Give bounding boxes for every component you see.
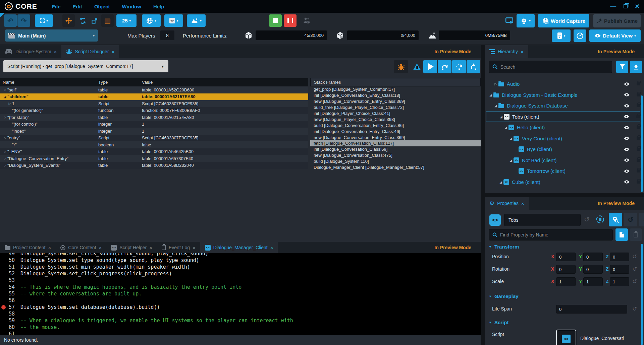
max-players-value[interactable]: 8 (160, 30, 174, 40)
hierarchy-item-not-bad-client-[interactable]: ◢<>Not Bad (client) (486, 155, 640, 165)
undo-rename-icon[interactable]: ↺ (584, 215, 590, 223)
line-number[interactable]: 51 (0, 264, 17, 270)
variable-row[interactable]: ▷"_ENV" table table: 000001A546425B00 (0, 148, 308, 155)
lock-icon[interactable] (637, 126, 640, 129)
close-icon[interactable]: × (635, 3, 639, 10)
copy-properties-button[interactable] (615, 228, 628, 241)
lock-icon[interactable] (637, 169, 640, 172)
rotation-z-input[interactable] (610, 265, 629, 274)
variable-row[interactable]: ◢"children" table table: 000001A62157EA8… (0, 93, 308, 100)
object-name-input[interactable] (504, 214, 581, 226)
variable-row[interactable]: "index" integer 1 (0, 128, 308, 135)
visibility-eye-icon[interactable] (623, 115, 630, 119)
tab-script-debugger[interactable]: Script Debugger× (61, 45, 119, 58)
tab-project-content[interactable]: Project Content× (0, 242, 56, 253)
close-icon[interactable]: × (48, 245, 51, 251)
hierarchy-scrollbar[interactable] (641, 95, 643, 192)
multiplayer-preview-button[interactable] (301, 14, 313, 27)
expand-arrow-icon[interactable]: ◢ (508, 158, 514, 162)
visibility-eye-icon[interactable] (624, 169, 630, 173)
break-on-error-toggle[interactable] (412, 60, 422, 73)
visibility-eye-icon[interactable] (624, 147, 630, 151)
visibility-eye-icon[interactable] (624, 126, 630, 130)
stack-frame[interactable]: new [Dialogue_Conversation_Class:475] (310, 152, 481, 158)
code-line[interactable]: 51 Dialogue_System.set_min_speaker_width… (0, 264, 481, 270)
stack-frame[interactable]: new [Dialogue_Player_Choice_Class:393] (310, 116, 481, 122)
expand-arrow-icon[interactable]: ▷ (493, 82, 498, 86)
visibility-eye-icon[interactable] (624, 82, 630, 86)
terrain-tool-dropdown[interactable]: ▾ (187, 14, 206, 27)
hierarchy-search-input[interactable] (500, 64, 608, 70)
stack-frame[interactable]: build [Dialogue_System:110] (310, 158, 481, 164)
breakpoint-icon[interactable] (1, 305, 6, 309)
tab-dialogue-manager-client[interactable]: <>Dialogue_Manager_Client× (200, 242, 278, 253)
close-icon[interactable]: × (99, 245, 102, 251)
line-number[interactable]: 49 (0, 253, 17, 257)
tab-script-helper[interactable]: <>Script Helper× (106, 242, 157, 253)
rotation-x-input[interactable] (556, 265, 576, 274)
grid-snap-button[interactable]: ▦ (101, 14, 114, 27)
stack-frame[interactable]: init [Dialogue_Player_Choice_Class:41] (310, 111, 481, 117)
lock-icon[interactable] (637, 159, 640, 162)
npc-tools-dropdown[interactable]: ▾ (517, 14, 535, 27)
menu-item-help[interactable]: Help (153, 4, 164, 9)
position-y-input[interactable] (583, 253, 603, 261)
line-number[interactable]: 59 (0, 318, 17, 324)
close-icon[interactable]: × (521, 201, 524, 206)
resume-button[interactable] (423, 60, 437, 73)
script-asset-slot[interactable]: <> (556, 330, 576, 345)
visibility-eye-icon[interactable] (624, 136, 630, 140)
step-out-button[interactable] (467, 60, 480, 73)
properties-scrollbar[interactable] (641, 244, 643, 345)
paste-properties-button[interactable] (630, 228, 642, 241)
variable-row[interactable]: ▷1 Script Script [CC4603807E9CF935] (0, 100, 308, 107)
close-icon[interactable]: × (112, 49, 115, 55)
expand-arrow-icon[interactable]: ◢ (498, 180, 503, 184)
pause-preview-button[interactable] (284, 14, 297, 27)
restore-icon[interactable] (624, 4, 628, 8)
line-number[interactable]: 53 (0, 277, 17, 283)
line-number[interactable]: 52 (0, 271, 17, 277)
hierarchy-item-very-good-client-[interactable]: ◢<>Very Good (client) (486, 133, 640, 144)
undo-button[interactable]: ↶ (4, 14, 17, 27)
world-capture-button[interactable]: World Capture (538, 14, 589, 27)
script-generator-dropdown[interactable]: <>▾ (164, 14, 183, 27)
menu-item-window[interactable]: Window (122, 4, 141, 9)
code-line[interactable]: 61 (0, 331, 481, 335)
step-into-button[interactable] (452, 60, 466, 73)
rotate-tool-button[interactable] (77, 14, 88, 27)
section-transform[interactable]: ▼Transform (489, 244, 519, 250)
world-mode-dropdown[interactable]: ▾ (142, 14, 161, 27)
lock-icon[interactable] (637, 82, 640, 85)
stack-frame[interactable]: build [Dialogue_Conversation_Entry_Class… (310, 122, 481, 128)
stack-frame[interactable]: Dialogue_Manager_Client [Dialogue_Manage… (310, 164, 481, 170)
hierarchy-export-button[interactable] (630, 61, 642, 73)
apply-button[interactable]: ✔ (639, 213, 644, 226)
visibility-eye-icon[interactable] (624, 180, 630, 184)
scale-x-input[interactable] (556, 277, 576, 286)
hierarchy-item-tomorrow-client-[interactable]: <>Tomorrow (client) (486, 166, 640, 176)
line-number[interactable]: 56 (0, 297, 17, 303)
hierarchy-search[interactable] (489, 61, 612, 73)
line-number[interactable]: 57 (0, 304, 17, 310)
stack-frame[interactable]: fetch [Dialogue_Conversation_Class:127] (310, 140, 481, 146)
hierarchy-item-audio[interactable]: ▷Audio (486, 79, 640, 89)
debug-enabled-toggle[interactable] (394, 60, 408, 73)
lock-icon[interactable] (637, 104, 640, 107)
tab-event-log[interactable]: Event Log× (157, 242, 200, 253)
code-line[interactable]: 50 Dialogue_System.set_type_sound(type_s… (0, 257, 481, 264)
screenshot-button[interactable] (504, 14, 515, 27)
code-line[interactable]: 53 (0, 277, 481, 284)
expand-arrow-icon[interactable]: ◢ (493, 104, 498, 108)
scale-tool-button[interactable] (89, 14, 100, 27)
hierarchy-item-bye-client-[interactable]: <>Bye (client) (486, 144, 640, 154)
select-tool-dropdown[interactable]: ▾ (35, 14, 53, 27)
hierarchy-filter-button[interactable] (616, 61, 628, 73)
find-in-scene-button[interactable] (609, 213, 622, 226)
reset-icon[interactable]: ↺ (632, 305, 637, 313)
life-span-input[interactable] (556, 305, 627, 314)
close-icon[interactable]: × (270, 245, 273, 251)
expand-arrow-icon[interactable]: ◢ (508, 137, 514, 140)
code-editor[interactable]: 49 Dialogue_System.set_click_sound(click… (0, 253, 481, 335)
hierarchy-item-dialogue-system-database[interactable]: ◢Dialogue System Database (486, 100, 640, 111)
